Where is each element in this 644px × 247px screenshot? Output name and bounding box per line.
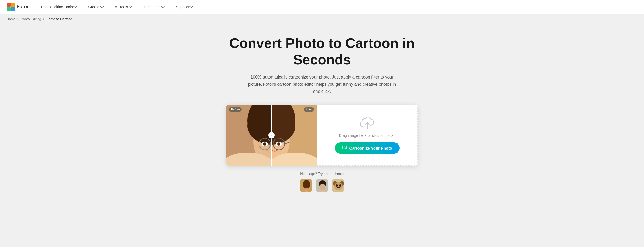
after-label: After <box>304 107 314 112</box>
svg-rect-33 <box>305 190 308 192</box>
fotor-logo-icon <box>6 3 15 11</box>
no-image-text: No image? Try one of these: <box>300 172 344 176</box>
svg-rect-1 <box>11 3 15 7</box>
svg-rect-2 <box>7 7 11 11</box>
nav-support[interactable]: Support <box>174 4 194 10</box>
breadcrumb-sep-1: > <box>17 17 19 21</box>
image-split: ‹› <box>226 105 317 166</box>
svg-point-44 <box>336 184 338 187</box>
logo-text: Fotor <box>16 4 29 10</box>
breadcrumb-sep-2: > <box>43 17 45 21</box>
breadcrumb-current: Photo to Cartoon <box>46 17 72 21</box>
svg-rect-3 <box>11 7 15 11</box>
navbar: Fotor Photo Editing Tools Create AI Tool… <box>0 0 644 14</box>
hero-title: Convert Photo to Cartoon in Seconds <box>229 35 415 68</box>
sample-thumb-3[interactable] <box>331 179 345 192</box>
svg-rect-37 <box>321 190 324 192</box>
sample-images-list <box>299 179 345 192</box>
cartoonize-button[interactable]: Cartoonize Your Photo <box>335 142 399 154</box>
cartoonize-btn-icon <box>342 146 347 150</box>
svg-point-14 <box>263 142 266 146</box>
sample-thumb-1[interactable] <box>299 179 313 192</box>
hero-subtitle: 100% automatically cartoonize your photo… <box>245 73 399 95</box>
svg-point-45 <box>339 184 341 187</box>
nav-ai-tools[interactable]: AI Tools <box>113 4 134 10</box>
nav-create[interactable]: Create <box>87 4 105 10</box>
logo-link[interactable]: Fotor <box>6 3 29 11</box>
handle-arrows-icon: ‹› <box>271 134 272 137</box>
before-label: Before <box>229 107 242 112</box>
chevron-down-icon <box>129 5 132 8</box>
breadcrumb: Home > Photo Editing > Photo to Cartoon <box>0 14 644 24</box>
svg-point-28 <box>344 147 345 148</box>
nav-photo-editing-tools[interactable]: Photo Editing Tools <box>39 4 78 10</box>
cloud-upload-icon <box>360 117 374 130</box>
sample-images-section: No image? Try one of these: <box>299 172 345 192</box>
chevron-down-icon <box>100 5 104 8</box>
svg-point-36 <box>320 184 325 191</box>
upload-drag-text: Drag image here or click to upload <box>339 133 395 138</box>
svg-point-43 <box>337 187 340 188</box>
sample-thumb-3-image <box>332 179 344 192</box>
sample-thumb-1-image <box>300 179 312 192</box>
chevron-down-icon <box>161 5 165 8</box>
breadcrumb-photo-editing[interactable]: Photo Editing <box>21 17 41 21</box>
sample-thumb-2-image <box>316 179 328 192</box>
svg-point-25 <box>277 142 280 146</box>
svg-point-32 <box>303 182 310 188</box>
nav-templates[interactable]: Templates <box>142 4 166 10</box>
upload-area[interactable]: Drag image here or click to upload Carto… <box>317 105 418 166</box>
main-content: Convert Photo to Cartoon in Seconds 100%… <box>0 24 644 208</box>
sample-thumb-2[interactable] <box>315 179 329 192</box>
svg-rect-0 <box>7 3 11 7</box>
chevron-down-icon <box>73 5 77 8</box>
before-after-panel: Before After <box>226 105 317 166</box>
tool-area: Before After <box>226 105 418 166</box>
divider-handle[interactable]: ‹› <box>268 132 275 138</box>
chevron-down-icon <box>189 5 193 8</box>
breadcrumb-home[interactable]: Home <box>6 17 16 21</box>
